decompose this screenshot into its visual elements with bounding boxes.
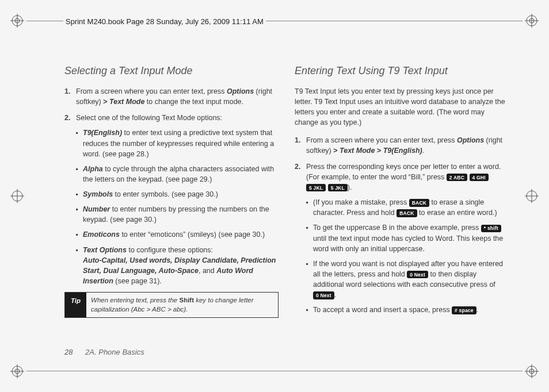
- intro-paragraph: T9 Text Input lets you enter text by pre…: [295, 86, 509, 128]
- key-space-icon: # space: [452, 306, 476, 314]
- step-2-right: Press the corresponding keys once per le…: [295, 162, 509, 316]
- page-content: Selecting a Text Input Mode From a scree…: [64, 63, 509, 321]
- step-1-left: From a screen where you can enter text, …: [64, 86, 279, 107]
- key-next-icon: 0 Next: [407, 271, 428, 278]
- key-5jkl-icon: 5 JKL: [306, 184, 326, 191]
- tip-body: When entering text, press the Shift key …: [86, 293, 278, 317]
- page-number: 28: [64, 348, 73, 356]
- page-footer: 28 2A. Phone Basics: [64, 348, 144, 356]
- substep-not-displayed: If the word you want is not displayed af…: [306, 259, 509, 301]
- option-alpha: Alpha to cycle through the alpha charact…: [76, 164, 279, 185]
- section-heading-right: Entering Text Using T9 Text Input: [295, 63, 509, 78]
- key-back-icon: BACK: [396, 209, 417, 217]
- crop-mark-icon: [10, 364, 24, 378]
- crop-mark-icon: [10, 14, 24, 28]
- section-name: 2A. Phone Basics: [85, 348, 144, 356]
- option-emoticons: Emoticons to enter “emoticons” (smileys)…: [76, 229, 279, 240]
- substep-accept: To accept a word and insert a space, pre…: [306, 305, 509, 315]
- key-5jkl-icon: 5 JKL: [328, 184, 348, 191]
- tip-box: Tip When entering text, press the Shift …: [64, 292, 279, 318]
- footer-rule: [26, 371, 523, 371]
- key-back-icon: BACK: [409, 199, 429, 206]
- right-column: Entering Text Using T9 Text Input T9 Tex…: [295, 63, 509, 321]
- crop-mark-icon: [525, 364, 539, 378]
- left-column: Selecting a Text Input Mode From a scree…: [64, 63, 279, 321]
- option-text-options: Text Options to configure these options:…: [76, 245, 279, 287]
- key-shift-icon: * shift: [481, 225, 501, 232]
- substep-mistake: (If you make a mistake, press BACK to er…: [306, 197, 509, 218]
- key-next-icon: 0 Next: [313, 291, 334, 299]
- key-2abc-icon: 2 ABC: [447, 174, 467, 181]
- section-heading-left: Selecting a Text Input Mode: [64, 63, 279, 78]
- key-4ghi-icon: 4 GHI: [470, 174, 489, 181]
- step-1-right: From a screen where you can enter text, …: [295, 135, 509, 156]
- tip-label: Tip: [65, 293, 86, 317]
- option-symbols: Symbols to enter symbols. (see page 30.): [76, 189, 279, 199]
- crop-mark-icon: [525, 189, 539, 203]
- step-2-left: Select one of the following Text Mode op…: [64, 113, 279, 286]
- substep-uppercase: To get the uppercase B in the above exam…: [306, 222, 509, 253]
- option-number: Number to enter numbers by pressing the …: [76, 204, 279, 225]
- option-t9: T9(English) to enter text using a predic…: [76, 128, 279, 159]
- crop-mark-icon: [525, 14, 539, 28]
- crop-mark-icon: [10, 189, 24, 203]
- document-header: Sprint M240.book Page 28 Sunday, July 26…: [63, 17, 266, 26]
